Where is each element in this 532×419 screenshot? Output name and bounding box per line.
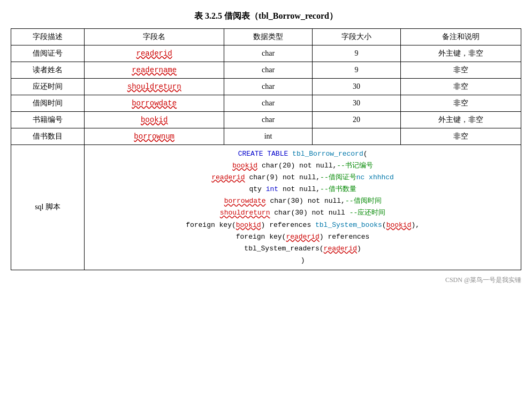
field-type: char	[224, 112, 313, 128]
col-header-field: 字段名	[85, 29, 224, 45]
field-name: borrowdate	[85, 95, 224, 112]
col-header-note: 备注和说明	[400, 29, 521, 45]
field-size: 30	[313, 95, 401, 112]
table-row: 借阅证号 readerid char 9 外主键，非空	[11, 45, 521, 62]
sql-line-9: tbl_System_readers(readerid)	[90, 243, 515, 255]
field-type: char	[224, 95, 313, 112]
sql-line-1: CREATE TABLE tbl_Borrow_record(	[90, 148, 515, 160]
sql-line-8: foreign key(readerid) references	[90, 231, 515, 243]
field-note: 非空	[400, 95, 521, 112]
sql-row: sql 脚本 CREATE TABLE tbl_Borrow_record( b…	[11, 145, 521, 270]
field-desc: 应还时间	[11, 79, 85, 95]
field-desc: 借书数目	[11, 128, 85, 145]
table-row: 书籍编号 bookid char 20 外主键，非空	[11, 112, 521, 128]
field-desc: 书籍编号	[11, 112, 85, 128]
table-row: 应还时间 shouldreturn char 30 非空	[11, 79, 521, 95]
sql-line-3: readerid char(9) not null,--借阅证号nc xhhhc…	[90, 172, 515, 184]
field-name: shouldreturn	[85, 79, 224, 95]
field-type: char	[224, 79, 313, 95]
field-desc: 读者姓名	[11, 62, 85, 79]
sql-line-4: qty int not null,--借书数量	[90, 184, 515, 195]
field-type: int	[224, 128, 313, 145]
field-size	[313, 128, 401, 145]
field-size: 20	[313, 112, 401, 128]
page-title: 表 3.2.5 借阅表（tbl_Borrow_record）	[11, 11, 521, 22]
field-name: borrownum	[85, 128, 224, 145]
field-name: readerid	[85, 45, 224, 62]
field-name: readername	[85, 62, 224, 79]
sql-line-7: foreign key(bookid) references tbl_Syste…	[90, 219, 515, 231]
col-header-type: 数据类型	[224, 29, 313, 45]
field-size: 9	[313, 62, 401, 79]
sql-line-5: borrowdate char(30) not null,--借阅时间	[90, 195, 515, 207]
field-desc: 借阅时间	[11, 95, 85, 112]
sql-label: sql 脚本	[11, 145, 85, 270]
col-header-size: 字段大小	[313, 29, 401, 45]
table-row: 借书数目 borrownum int 非空	[11, 128, 521, 145]
field-size: 30	[313, 79, 401, 95]
sql-line-6: shouldreturn char(30) not null --应还时间	[90, 207, 515, 219]
sql-line-2: bookid char(20) not null,--书记编号	[90, 160, 515, 172]
field-type: char	[224, 62, 313, 79]
table-row: 读者姓名 readername char 9 非空	[11, 62, 521, 79]
csdn-footer: CSDN @菜鸟一号是我实锤	[11, 276, 521, 285]
main-table: 字段描述 字段名 数据类型 字段大小 备注和说明 借阅证号 readerid c…	[11, 28, 521, 270]
field-name: bookid	[85, 112, 224, 128]
field-size: 9	[313, 45, 401, 62]
col-header-desc: 字段描述	[11, 29, 85, 45]
field-note: 非空	[400, 128, 521, 145]
field-note: 外主键，非空	[400, 112, 521, 128]
sql-line-10: )	[90, 255, 515, 266]
field-note: 非空	[400, 79, 521, 95]
field-type: char	[224, 45, 313, 62]
table-row: 借阅时间 borrowdate char 30 非空	[11, 95, 521, 112]
sql-code: CREATE TABLE tbl_Borrow_record( bookid c…	[85, 145, 521, 270]
field-note: 外主键，非空	[400, 45, 521, 62]
field-note: 非空	[400, 62, 521, 79]
field-desc: 借阅证号	[11, 45, 85, 62]
table-header-row: 字段描述 字段名 数据类型 字段大小 备注和说明	[11, 29, 521, 45]
